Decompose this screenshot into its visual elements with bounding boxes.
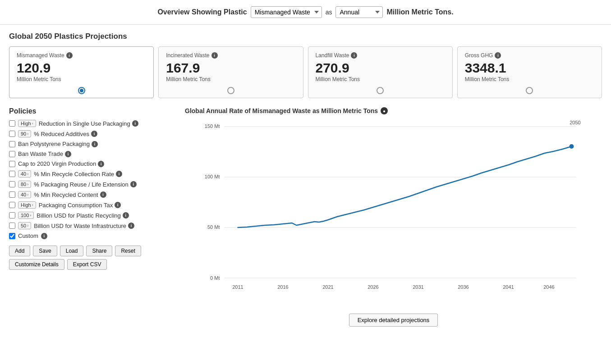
svg-text:2016: 2016 xyxy=(277,284,288,290)
stat-card-landfill[interactable]: Landfill Waste i 270.9 Million Metric To… xyxy=(308,46,453,98)
policy-label-3: Ban Polystyrene Packaging i xyxy=(18,141,98,147)
policy-info-5[interactable]: i xyxy=(98,161,104,167)
stat-card-radio-1[interactable] xyxy=(17,87,146,94)
bottom-buttons-row1: Add Save Load Share Reset xyxy=(9,246,176,256)
policy-badge-1[interactable]: High › xyxy=(18,120,36,127)
policy-row-6: 40 › % Min Recycle Collection Rate i xyxy=(9,170,176,177)
policy-label-5: Cap to 2020 Virgin Production i xyxy=(18,160,104,167)
policy-info-4[interactable]: i xyxy=(65,151,71,157)
add-button[interactable]: Add xyxy=(9,246,30,256)
policy-checkbox-9[interactable] xyxy=(9,202,15,208)
metric-dropdown[interactable]: Mismanaged Waste Incinerated Waste Landf… xyxy=(251,6,322,18)
info-icon-2[interactable]: i xyxy=(211,52,218,59)
radio-2[interactable] xyxy=(227,87,234,94)
stat-card-mismanaged[interactable]: Mismanaged Waste i 120.9 Million Metric … xyxy=(9,46,154,98)
policy-badge-10[interactable]: 100 › xyxy=(18,212,34,219)
chevron-icon-11: › xyxy=(27,223,28,228)
save-button[interactable]: Save xyxy=(33,246,57,256)
stat-card-radio-4[interactable] xyxy=(465,87,594,94)
svg-text:2026: 2026 xyxy=(368,284,378,290)
svg-text:150 Mt: 150 Mt xyxy=(205,123,220,129)
info-icon-1[interactable]: i xyxy=(66,52,73,59)
svg-text:50 Mt: 50 Mt xyxy=(207,224,220,230)
policy-checkbox-2[interactable] xyxy=(9,131,15,137)
stat-card-unit-4: Million Metric Tons xyxy=(465,76,594,82)
policy-row-9: High › Packaging Consumption Tax i xyxy=(9,201,176,209)
info-icon-4[interactable]: i xyxy=(495,52,501,59)
policy-label-11: Billion USD for Waste Infrastructure i xyxy=(34,223,134,229)
policy-info-2[interactable]: i xyxy=(91,131,97,137)
stat-card-unit-1: Million Metric Tons xyxy=(17,76,146,82)
chevron-icon-8: › xyxy=(27,192,28,197)
policy-row-7: 80 › % Packaging Reuse / Life Extension … xyxy=(9,181,176,188)
policy-checkbox-10[interactable] xyxy=(9,212,15,218)
policies-title: Policies xyxy=(9,107,176,115)
unit-dropdown[interactable]: Annual Cumulative xyxy=(335,6,383,18)
policy-badge-7[interactable]: 80 › xyxy=(18,181,31,188)
policy-checkbox-1[interactable] xyxy=(9,120,15,127)
policy-info-1[interactable]: i xyxy=(132,120,138,127)
policy-badge-2[interactable]: 90 › xyxy=(18,130,31,137)
header-bar: Overview Showing Plastic Mismanaged Wast… xyxy=(0,0,611,25)
chart-end-dot xyxy=(570,144,574,149)
svg-text:0 Mt: 0 Mt xyxy=(210,275,220,281)
svg-text:2046: 2046 xyxy=(543,284,554,290)
customize-details-button[interactable]: Customize Details xyxy=(9,259,64,270)
share-button[interactable]: Share xyxy=(86,246,112,256)
policy-info-3[interactable]: i xyxy=(92,141,98,147)
policy-label-6: % Min Recycle Collection Rate i xyxy=(34,171,122,177)
policy-info-6[interactable]: i xyxy=(116,171,122,177)
radio-4[interactable] xyxy=(526,87,533,94)
policy-label-7: % Packaging Reuse / Life Extension i xyxy=(34,181,137,188)
policy-badge-8[interactable]: 40 › xyxy=(18,191,31,198)
policy-row-3: Ban Polystyrene Packaging i xyxy=(9,141,176,147)
custom-info-icon[interactable]: i xyxy=(41,233,47,239)
stat-card-title-4: Gross GHG i xyxy=(465,52,594,59)
info-icon-3[interactable]: i xyxy=(351,52,357,59)
policy-row-11: 50 › Billion USD for Waste Infrastructur… xyxy=(9,222,176,229)
policy-checkbox-4[interactable] xyxy=(9,151,15,157)
policy-row-5: Cap to 2020 Virgin Production i xyxy=(9,160,176,167)
policy-label-9: Packaging Consumption Tax i xyxy=(39,202,121,209)
explore-projections-button[interactable]: Explore detailed projections xyxy=(349,314,438,327)
reset-button[interactable]: Reset xyxy=(115,246,141,256)
policy-info-10[interactable]: i xyxy=(123,212,129,218)
stat-card-value-3: 270.9 xyxy=(316,60,445,75)
stat-card-title-3: Landfill Waste i xyxy=(316,52,445,59)
radio-selected-1[interactable] xyxy=(78,87,85,94)
policy-checkbox-8[interactable] xyxy=(9,191,15,198)
explore-btn-wrap: Explore detailed projections xyxy=(185,314,602,327)
policy-checkbox-5[interactable] xyxy=(9,161,15,167)
load-button[interactable]: Load xyxy=(60,246,84,256)
chart-info-icon[interactable]: ● xyxy=(381,107,388,114)
svg-text:2050: 2050 xyxy=(570,120,580,125)
custom-row: Custom i xyxy=(9,232,176,239)
policy-checkbox-11[interactable] xyxy=(9,223,15,229)
chevron-icon-6: › xyxy=(27,172,28,176)
policy-checkbox-6[interactable] xyxy=(9,171,15,177)
chevron-icon-2: › xyxy=(27,132,28,136)
policy-row-8: 40 › % Min Recycled Content i xyxy=(9,191,176,198)
stat-card-title-1: Mismanaged Waste i xyxy=(17,52,146,59)
policy-badge-11[interactable]: 50 › xyxy=(18,222,31,229)
stat-card-incinerated[interactable]: Incinerated Waste i 167.9 Million Metric… xyxy=(158,46,303,98)
policy-info-7[interactable]: i xyxy=(130,181,137,187)
policy-badge-6[interactable]: 40 › xyxy=(18,170,31,177)
svg-text:2011: 2011 xyxy=(232,284,243,290)
stat-card-radio-2[interactable] xyxy=(166,87,295,94)
policy-info-8[interactable]: i xyxy=(100,191,106,198)
policy-checkbox-3[interactable] xyxy=(9,141,15,147)
policy-row-10: 100 › Billion USD for Plastic Recycling … xyxy=(9,212,176,219)
export-csv-button[interactable]: Export CSV xyxy=(67,259,107,270)
policy-info-11[interactable]: i xyxy=(128,223,134,229)
policy-badge-9[interactable]: High › xyxy=(18,201,36,209)
policy-label-4: Ban Waste Trade i xyxy=(18,150,71,157)
stat-card-ghg[interactable]: Gross GHG i 3348.1 Million Metric Tons xyxy=(457,46,602,98)
stat-card-radio-3[interactable] xyxy=(316,87,445,94)
as-label: as xyxy=(326,9,332,16)
policy-checkbox-7[interactable] xyxy=(9,181,15,187)
custom-checkbox[interactable] xyxy=(9,233,15,239)
stat-card-unit-3: Million Metric Tons xyxy=(316,76,445,82)
radio-3[interactable] xyxy=(377,87,384,94)
policy-info-9[interactable]: i xyxy=(115,202,121,208)
